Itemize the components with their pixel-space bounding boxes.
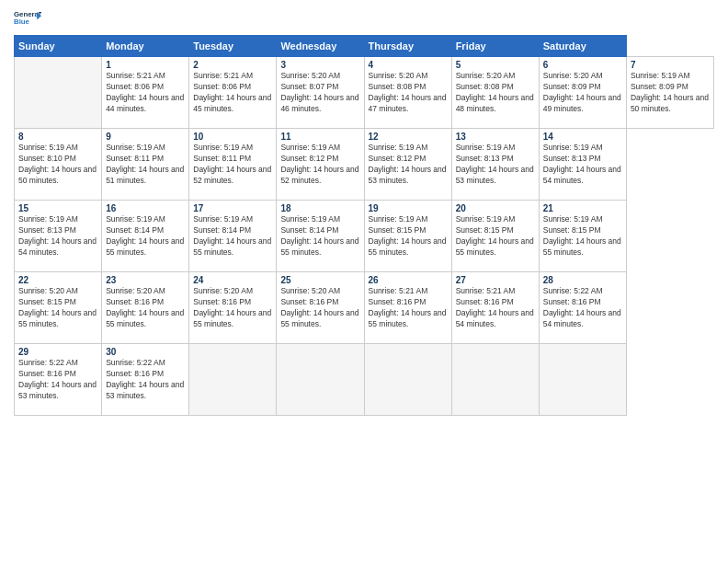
day-info: Sunrise: 5:20 AMSunset: 8:07 PMDaylight:… [280, 71, 359, 115]
day-info: Sunrise: 5:19 AMSunset: 8:11 PMDaylight:… [106, 143, 185, 187]
day-info: Sunrise: 5:19 AMSunset: 8:12 PMDaylight:… [280, 143, 359, 187]
day-info: Sunrise: 5:19 AMSunset: 8:14 PMDaylight:… [193, 214, 272, 259]
calendar-cell: 11Sunrise: 5:19 AMSunset: 8:12 PMDayligh… [277, 129, 364, 201]
calendar-cell: 7Sunrise: 5:19 AMSunset: 8:09 PMDaylight… [626, 57, 713, 129]
day-info: Sunrise: 5:22 AMSunset: 8:16 PMDaylight:… [543, 286, 622, 330]
calendar-cell [15, 57, 102, 129]
col-header-sunday: Sunday [15, 36, 102, 57]
day-number: 11 [280, 132, 359, 142]
calendar-cell: 10Sunrise: 5:19 AMSunset: 8:11 PMDayligh… [189, 129, 277, 201]
calendar-cell: 19Sunrise: 5:19 AMSunset: 8:15 PMDayligh… [364, 201, 451, 272]
calendar-cell: 8Sunrise: 5:19 AMSunset: 8:10 PMDaylight… [15, 129, 102, 201]
day-info: Sunrise: 5:19 AMSunset: 8:11 PMDaylight:… [193, 143, 272, 187]
day-info: Sunrise: 5:19 AMSunset: 8:13 PMDaylight:… [543, 143, 622, 187]
week-row-1: 8Sunrise: 5:19 AMSunset: 8:10 PMDaylight… [15, 129, 714, 201]
day-info: Sunrise: 5:20 AMSunset: 8:09 PMDaylight:… [543, 71, 622, 115]
calendar-cell: 20Sunrise: 5:19 AMSunset: 8:15 PMDayligh… [451, 201, 539, 272]
day-number: 7 [631, 60, 710, 70]
calendar-cell: 28Sunrise: 5:22 AMSunset: 8:16 PMDayligh… [539, 272, 626, 344]
calendar-cell: 16Sunrise: 5:19 AMSunset: 8:14 PMDayligh… [102, 201, 189, 272]
calendar-cell: 18Sunrise: 5:19 AMSunset: 8:14 PMDayligh… [277, 201, 364, 272]
day-number: 8 [18, 132, 97, 142]
day-info: Sunrise: 5:22 AMSunset: 8:16 PMDaylight:… [18, 358, 97, 402]
header: General Blue [14, 9, 714, 28]
day-number: 24 [193, 275, 272, 285]
day-number: 15 [18, 203, 97, 213]
col-header-thursday: Thursday [364, 36, 451, 57]
calendar-cell: 26Sunrise: 5:21 AMSunset: 8:16 PMDayligh… [364, 272, 451, 344]
day-info: Sunrise: 5:21 AMSunset: 8:16 PMDaylight:… [456, 286, 535, 330]
day-number: 6 [543, 60, 622, 70]
calendar-cell: 5Sunrise: 5:20 AMSunset: 8:08 PMDaylight… [451, 57, 539, 129]
day-number: 12 [369, 132, 448, 142]
calendar-cell: 6Sunrise: 5:20 AMSunset: 8:09 PMDaylight… [539, 57, 626, 129]
calendar-cell: 25Sunrise: 5:20 AMSunset: 8:16 PMDayligh… [277, 272, 364, 344]
day-number: 28 [543, 275, 622, 285]
calendar-cell [451, 344, 539, 416]
day-number: 1 [106, 60, 185, 70]
calendar-cell: 27Sunrise: 5:21 AMSunset: 8:16 PMDayligh… [451, 272, 539, 344]
day-number: 21 [543, 203, 622, 213]
day-info: Sunrise: 5:20 AMSunset: 8:16 PMDaylight:… [106, 286, 185, 330]
day-number: 17 [193, 203, 272, 213]
day-number: 10 [193, 132, 272, 142]
calendar-cell [539, 344, 626, 416]
calendar-cell [189, 344, 277, 416]
calendar-cell: 21Sunrise: 5:19 AMSunset: 8:15 PMDayligh… [539, 201, 626, 272]
week-row-4: 29Sunrise: 5:22 AMSunset: 8:16 PMDayligh… [15, 344, 714, 416]
day-info: Sunrise: 5:19 AMSunset: 8:10 PMDaylight:… [18, 143, 97, 187]
day-info: Sunrise: 5:20 AMSunset: 8:08 PMDaylight:… [369, 71, 448, 115]
calendar-cell [364, 344, 451, 416]
day-info: Sunrise: 5:20 AMSunset: 8:15 PMDaylight:… [18, 286, 97, 330]
day-number: 16 [106, 203, 185, 213]
calendar-table: SundayMondayTuesdayWednesdayThursdayFrid… [14, 35, 714, 416]
col-header-saturday: Saturday [539, 36, 626, 57]
page: General Blue SundayMondayTuesdayWednesda… [0, 0, 728, 563]
col-header-tuesday: Tuesday [189, 36, 277, 57]
calendar-cell: 3Sunrise: 5:20 AMSunset: 8:07 PMDaylight… [277, 57, 364, 129]
calendar-cell: 9Sunrise: 5:19 AMSunset: 8:11 PMDaylight… [102, 129, 189, 201]
header-row: SundayMondayTuesdayWednesdayThursdayFrid… [15, 36, 714, 57]
day-number: 29 [18, 347, 97, 357]
day-info: Sunrise: 5:19 AMSunset: 8:14 PMDaylight:… [280, 214, 359, 259]
day-number: 18 [280, 203, 359, 213]
calendar-cell: 23Sunrise: 5:20 AMSunset: 8:16 PMDayligh… [102, 272, 189, 344]
day-number: 5 [456, 60, 535, 70]
day-info: Sunrise: 5:19 AMSunset: 8:15 PMDaylight:… [456, 214, 535, 259]
day-number: 2 [193, 60, 272, 70]
calendar-cell [277, 344, 364, 416]
calendar-cell: 14Sunrise: 5:19 AMSunset: 8:13 PMDayligh… [539, 129, 626, 201]
day-info: Sunrise: 5:22 AMSunset: 8:16 PMDaylight:… [106, 358, 185, 402]
day-info: Sunrise: 5:20 AMSunset: 8:16 PMDaylight:… [280, 286, 359, 330]
col-header-wednesday: Wednesday [277, 36, 364, 57]
day-number: 14 [543, 132, 622, 142]
calendar-cell: 29Sunrise: 5:22 AMSunset: 8:16 PMDayligh… [15, 344, 102, 416]
calendar-cell: 22Sunrise: 5:20 AMSunset: 8:15 PMDayligh… [15, 272, 102, 344]
day-info: Sunrise: 5:21 AMSunset: 8:16 PMDaylight:… [369, 286, 448, 330]
calendar-cell: 4Sunrise: 5:20 AMSunset: 8:08 PMDaylight… [364, 57, 451, 129]
day-number: 30 [106, 347, 185, 357]
calendar-cell: 15Sunrise: 5:19 AMSunset: 8:13 PMDayligh… [15, 201, 102, 272]
calendar-cell: 1Sunrise: 5:21 AMSunset: 8:06 PMDaylight… [102, 57, 189, 129]
day-number: 22 [18, 275, 97, 285]
day-number: 3 [280, 60, 359, 70]
day-info: Sunrise: 5:20 AMSunset: 8:16 PMDaylight:… [193, 286, 272, 330]
calendar-cell: 12Sunrise: 5:19 AMSunset: 8:12 PMDayligh… [364, 129, 451, 201]
day-info: Sunrise: 5:20 AMSunset: 8:08 PMDaylight:… [456, 71, 535, 115]
col-header-monday: Monday [102, 36, 189, 57]
day-number: 9 [106, 132, 185, 142]
day-info: Sunrise: 5:21 AMSunset: 8:06 PMDaylight:… [106, 71, 185, 115]
calendar-cell: 2Sunrise: 5:21 AMSunset: 8:06 PMDaylight… [189, 57, 277, 129]
day-info: Sunrise: 5:19 AMSunset: 8:13 PMDaylight:… [456, 143, 535, 187]
day-info: Sunrise: 5:19 AMSunset: 8:15 PMDaylight:… [369, 214, 448, 259]
day-info: Sunrise: 5:19 AMSunset: 8:15 PMDaylight:… [543, 214, 622, 259]
day-info: Sunrise: 5:21 AMSunset: 8:06 PMDaylight:… [193, 71, 272, 115]
week-row-2: 15Sunrise: 5:19 AMSunset: 8:13 PMDayligh… [15, 201, 714, 272]
day-number: 20 [456, 203, 535, 213]
day-number: 26 [369, 275, 448, 285]
day-info: Sunrise: 5:19 AMSunset: 8:12 PMDaylight:… [369, 143, 448, 187]
col-header-friday: Friday [451, 36, 539, 57]
calendar-cell: 24Sunrise: 5:20 AMSunset: 8:16 PMDayligh… [189, 272, 277, 344]
day-number: 19 [369, 203, 448, 213]
day-info: Sunrise: 5:19 AMSunset: 8:09 PMDaylight:… [631, 71, 710, 115]
